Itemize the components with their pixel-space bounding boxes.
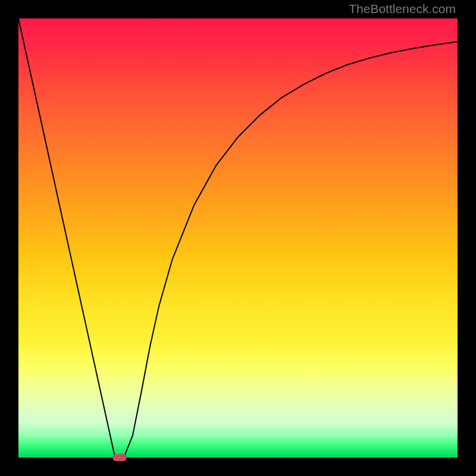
watermark-text: TheBottleneck.com	[349, 2, 456, 16]
chart-container: TheBottleneck.com	[0, 0, 476, 476]
plot-area	[18, 18, 458, 458]
minimum-marker	[112, 454, 127, 461]
bottleneck-curve	[18, 18, 458, 458]
